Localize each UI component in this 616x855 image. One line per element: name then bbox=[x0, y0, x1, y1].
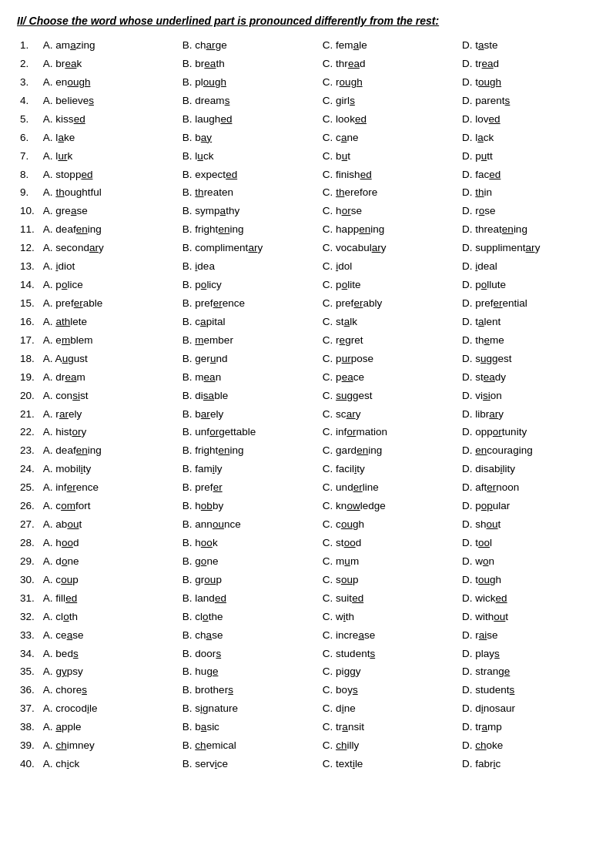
row-number: 17. bbox=[17, 331, 40, 350]
option-a: A. filled bbox=[40, 589, 179, 608]
option-d: D. popular bbox=[459, 498, 599, 516]
option-c: C. mum bbox=[320, 552, 459, 571]
option-a: A. about bbox=[40, 516, 179, 535]
row-number: 39. bbox=[17, 737, 40, 756]
table-row: 29.A. doneB. goneC. mumD. won bbox=[17, 552, 599, 571]
row-number: 18. bbox=[17, 350, 40, 368]
option-a: A. amazing bbox=[40, 37, 179, 55]
option-b: B. frightening bbox=[179, 221, 320, 240]
option-d: D. students bbox=[459, 682, 599, 700]
table-row: 20.A. consistB. disableC. suggestD. visi… bbox=[17, 387, 599, 405]
option-c: C. finished bbox=[320, 166, 459, 184]
option-b: B. basic bbox=[179, 719, 320, 737]
option-b: B. complimentary bbox=[179, 240, 320, 258]
option-d: D. lack bbox=[459, 129, 599, 147]
option-d: D. plays bbox=[459, 645, 599, 663]
option-c: C. happening bbox=[320, 221, 459, 240]
option-d: D. pollute bbox=[459, 277, 599, 295]
option-a: A. chores bbox=[40, 682, 179, 700]
option-d: D. tough bbox=[459, 571, 599, 589]
option-b: B. barely bbox=[179, 405, 320, 424]
option-c: C. peace bbox=[320, 368, 459, 387]
row-number: 35. bbox=[17, 663, 40, 682]
option-d: D. fabric bbox=[459, 756, 599, 774]
table-row: 31.A. filledB. landedC. suitedD. wicked bbox=[17, 589, 599, 608]
option-c: C. cane bbox=[320, 129, 459, 147]
table-row: 36.A. choresB. brothersC. boysD. student… bbox=[17, 682, 599, 700]
option-a: A. done bbox=[40, 552, 179, 571]
option-a: A. idiot bbox=[40, 258, 179, 277]
option-d: D. opportunity bbox=[459, 424, 599, 442]
option-b: B. group bbox=[179, 571, 320, 589]
row-number: 14. bbox=[17, 277, 40, 295]
option-c: C. facility bbox=[320, 461, 459, 479]
option-d: D. shout bbox=[459, 516, 599, 535]
option-c: C. polite bbox=[320, 277, 459, 295]
option-b: B. brothers bbox=[179, 682, 320, 700]
table-row: 2.A. breakB. breathC. threadD. tread bbox=[17, 55, 599, 74]
table-row: 30.A. coupB. groupC. soupD. tough bbox=[17, 571, 599, 589]
option-d: D. vision bbox=[459, 387, 599, 405]
option-c: C. transit bbox=[320, 719, 459, 737]
option-d: D. library bbox=[459, 405, 599, 424]
row-number: 32. bbox=[17, 608, 40, 626]
row-number: 23. bbox=[17, 442, 40, 461]
option-c: C. chilly bbox=[320, 737, 459, 756]
option-b: B. member bbox=[179, 331, 320, 350]
row-number: 5. bbox=[17, 110, 40, 129]
option-b: B. chemical bbox=[179, 737, 320, 756]
option-c: C. increase bbox=[320, 626, 459, 645]
option-c: C. vocabulary bbox=[320, 240, 459, 258]
option-b: B. breath bbox=[179, 55, 320, 74]
option-b: B. frightening bbox=[179, 442, 320, 461]
option-d: D. without bbox=[459, 608, 599, 626]
table-row: 32.A. clothB. clotheC. withD. without bbox=[17, 608, 599, 626]
option-a: A. lake bbox=[40, 129, 179, 147]
option-d: D. afternoon bbox=[459, 479, 599, 498]
row-number: 27. bbox=[17, 516, 40, 535]
option-d: D. raise bbox=[459, 626, 599, 645]
option-b: B. idea bbox=[179, 258, 320, 277]
table-row: 6.A. lakeB. bayC. caneD. lack bbox=[17, 129, 599, 147]
option-a: A. coup bbox=[40, 571, 179, 589]
option-a: A. mobility bbox=[40, 461, 179, 479]
option-a: A. emblem bbox=[40, 331, 179, 350]
option-b: B. threaten bbox=[179, 184, 320, 203]
row-number: 26. bbox=[17, 498, 40, 516]
row-number: 15. bbox=[17, 295, 40, 314]
option-d: D. strange bbox=[459, 663, 599, 682]
option-d: D. dinosaur bbox=[459, 700, 599, 719]
table-row: 21.A. rarelyB. barelyC. scaryD. library bbox=[17, 405, 599, 424]
row-number: 29. bbox=[17, 552, 40, 571]
option-b: B. landed bbox=[179, 589, 320, 608]
option-a: A. break bbox=[40, 55, 179, 74]
table-row: 9.A. thoughtfulB. threatenC. thereforeD.… bbox=[17, 184, 599, 203]
table-row: 34.A. bedsB. doorsC. studentsD. plays bbox=[17, 645, 599, 663]
option-d: D. steady bbox=[459, 368, 599, 387]
option-c: C. preferably bbox=[320, 295, 459, 314]
table-row: 14.A. policeB. policyC. politeD. pollute bbox=[17, 277, 599, 295]
option-d: D. suggest bbox=[459, 350, 599, 368]
table-row: 13.A. idiotB. ideaC. idolD. ideal bbox=[17, 258, 599, 277]
option-b: B. gone bbox=[179, 552, 320, 571]
option-c: C. suited bbox=[320, 589, 459, 608]
option-b: B. doors bbox=[179, 645, 320, 663]
option-b: B. sympathy bbox=[179, 203, 320, 221]
option-c: C. information bbox=[320, 424, 459, 442]
row-number: 25. bbox=[17, 479, 40, 498]
row-number: 16. bbox=[17, 313, 40, 331]
option-b: B. hobby bbox=[179, 498, 320, 516]
option-a: A. chick bbox=[40, 756, 179, 774]
table-row: 11.A. deafeningB. frighteningC. happenin… bbox=[17, 221, 599, 240]
option-a: A. apple bbox=[40, 719, 179, 737]
option-c: C. underline bbox=[320, 479, 459, 498]
option-c: C. horse bbox=[320, 203, 459, 221]
table-row: 1.A. amazingB. chargeC. femaleD. taste bbox=[17, 37, 599, 55]
option-a: A. comfort bbox=[40, 498, 179, 516]
option-b: B. prefer bbox=[179, 479, 320, 498]
table-row: 28.A. hoodB. hookC. stoodD. tool bbox=[17, 534, 599, 552]
row-number: 19. bbox=[17, 368, 40, 387]
option-b: B. bay bbox=[179, 129, 320, 147]
option-c: C. with bbox=[320, 608, 459, 626]
quiz-table: 1.A. amazingB. chargeC. femaleD. taste2.… bbox=[17, 37, 599, 774]
